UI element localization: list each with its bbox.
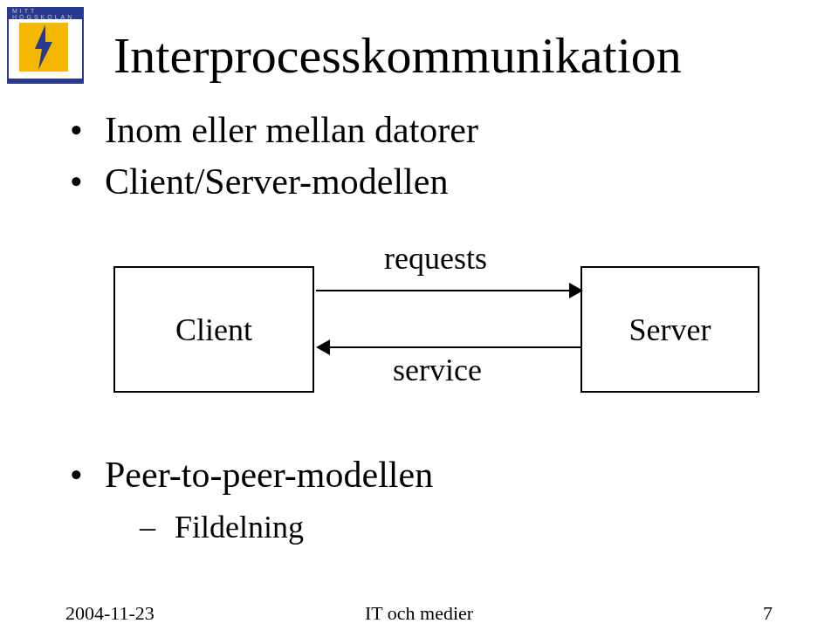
lightning-icon xyxy=(33,24,54,70)
service-label: service xyxy=(393,352,482,388)
arrow-top-line xyxy=(316,290,578,291)
institution-logo: MITT HÖGSKOLAN xyxy=(7,7,84,84)
footer-center-text: IT och medier xyxy=(0,602,838,625)
arrow-bottom-line xyxy=(327,346,580,348)
client-server-diagram: Client Server requests service xyxy=(113,240,759,423)
requests-label: requests xyxy=(384,240,487,277)
bullet-item: Peer-to-peer-modellen Fildelning xyxy=(70,449,433,549)
bullet-item: Client/Server-modellen xyxy=(70,156,478,208)
logo-text: MITT HÖGSKOLAN xyxy=(12,8,82,20)
arrow-left-icon xyxy=(316,339,330,355)
sub-bullet-item: Fildelning xyxy=(105,505,433,549)
server-label: Server xyxy=(629,312,711,348)
bullet-list-top: Inom eller mellan datorer Client/Server-… xyxy=(70,105,478,208)
bullet-text: Peer-to-peer-modellen xyxy=(105,455,433,495)
bullet-list-bottom: Peer-to-peer-modellen Fildelning xyxy=(70,449,433,549)
arrow-right-icon xyxy=(569,283,583,298)
client-box: Client xyxy=(113,266,314,393)
slide-title: Interprocesskommunikation xyxy=(113,26,682,85)
footer-page-number: 7 xyxy=(763,602,773,625)
server-box: Server xyxy=(580,266,759,393)
client-label: Client xyxy=(175,312,252,348)
bullet-item: Inom eller mellan datorer xyxy=(70,105,478,156)
